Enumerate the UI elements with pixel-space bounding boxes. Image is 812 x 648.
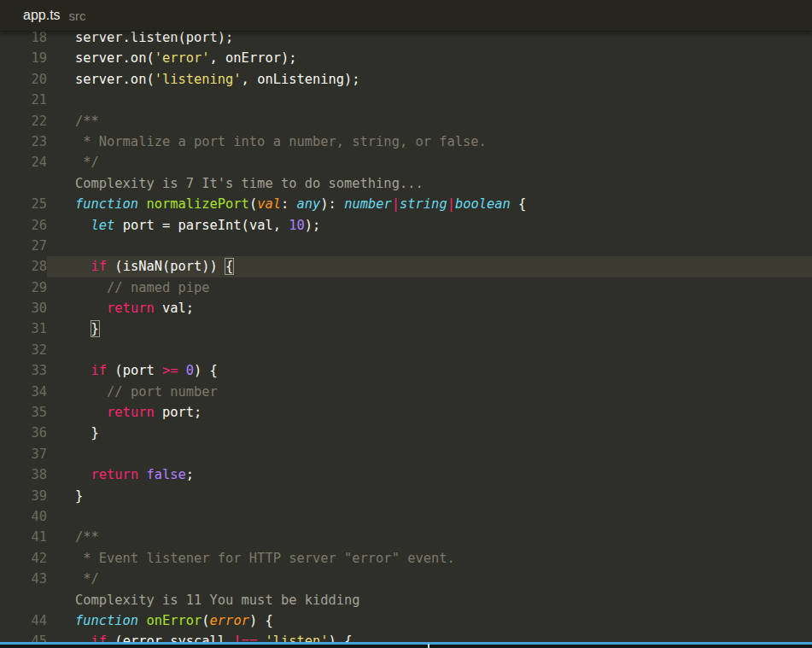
line-number[interactable]: 25 — [0, 194, 47, 214]
matched-bracket: { — [225, 259, 233, 274]
code-text[interactable]: /** — [47, 527, 812, 547]
line-number[interactable]: 39 — [0, 486, 47, 506]
code-line[interactable]: 42 * Event listener for HTTP server "err… — [0, 548, 812, 569]
code-line[interactable]: 30 return val; — [0, 298, 812, 318]
code-line[interactable]: 25function normalizePort(val: any): numb… — [0, 194, 812, 214]
matched-bracket: } — [91, 321, 99, 336]
code-text[interactable] — [47, 506, 812, 527]
code-text[interactable]: function onError(error) { — [47, 610, 812, 631]
line-number[interactable]: 40 — [0, 506, 47, 527]
code-line[interactable]: 26 let port = parseInt(val, 10); — [0, 215, 812, 236]
line-number[interactable]: 44 — [0, 610, 47, 631]
code-line[interactable]: 43 */ — [0, 569, 812, 589]
line-number[interactable]: 35 — [0, 402, 47, 423]
line-number[interactable]: 36 — [0, 423, 47, 443]
line-number[interactable]: 24 — [0, 152, 47, 172]
line-number[interactable]: 18 — [0, 32, 47, 48]
code-text[interactable]: */ — [47, 152, 812, 172]
code-line[interactable]: 23 * Normalize a port into a number, str… — [0, 131, 812, 152]
code-text[interactable]: } — [47, 423, 812, 443]
line-number[interactable]: 37 — [0, 444, 47, 464]
code-text[interactable]: server.on('listening', onListening); — [47, 69, 812, 90]
code-text[interactable]: if (port >= 0) { — [47, 360, 812, 381]
title-bar: app.ts src — [0, 0, 812, 32]
code-text[interactable]: // port number — [47, 382, 812, 402]
line-number[interactable]: 32 — [0, 340, 47, 360]
line-number[interactable]: 23 — [0, 131, 47, 152]
code-line[interactable]: 37 — [0, 444, 812, 464]
code-editor-window: app.ts src 18server.listen(port);19serve… — [0, 0, 812, 648]
line-number[interactable]: 42 — [0, 548, 47, 569]
code-line[interactable]: 19server.on('error', onError); — [0, 48, 812, 68]
code-text[interactable] — [47, 236, 812, 256]
code-text[interactable]: Complexity is 11 You must be kidding — [47, 590, 812, 610]
line-number[interactable]: 22 — [0, 111, 47, 131]
line-number[interactable]: 41 — [0, 527, 47, 547]
file-name: app.ts — [23, 8, 61, 23]
line-number[interactable]: 31 — [0, 318, 47, 339]
code-text[interactable]: * Normalize a port into a number, string… — [47, 131, 812, 152]
code-line[interactable]: 41/** — [0, 527, 812, 547]
code-text[interactable]: function normalizePort(val: any): number… — [47, 194, 812, 214]
code-line[interactable]: 29 // named pipe — [0, 277, 812, 298]
code-line[interactable]: 22/** — [0, 111, 812, 131]
code-line[interactable]: 21 — [0, 90, 812, 110]
bottom-panel-border — [0, 642, 812, 645]
annotation-line[interactable]: Complexity is 11 You must be kidding — [0, 590, 812, 610]
code-text[interactable]: } — [47, 486, 812, 506]
file-path: src — [69, 9, 86, 23]
code-text[interactable]: * Event listener for HTTP server "error"… — [47, 548, 812, 569]
code-line[interactable]: 20server.on('listening', onListening); — [0, 69, 812, 90]
code-line[interactable]: 27 — [0, 236, 812, 256]
code-line[interactable]: 33 if (port >= 0) { — [0, 360, 812, 381]
code-line[interactable]: 38 return false; — [0, 464, 812, 485]
code-text[interactable]: let port = parseInt(val, 10); — [47, 215, 812, 236]
line-number[interactable]: 29 — [0, 277, 47, 298]
line-number[interactable]: 26 — [0, 215, 47, 236]
line-number[interactable]: 19 — [0, 48, 47, 68]
line-number[interactable]: 27 — [0, 236, 47, 256]
code-text[interactable]: // named pipe — [47, 277, 812, 298]
code-text[interactable] — [47, 90, 812, 110]
code-line[interactable]: 35 return port; — [0, 402, 812, 423]
line-number[interactable]: 28 — [0, 256, 47, 277]
editor-pane[interactable]: 18server.listen(port);19server.on('error… — [0, 32, 812, 648]
code-line[interactable]: 18server.listen(port); — [0, 32, 812, 48]
code-text[interactable]: server.listen(port); — [47, 32, 812, 48]
code-text[interactable] — [47, 340, 812, 360]
line-number — [0, 173, 47, 194]
code-text[interactable]: Complexity is 7 It's time to do somethin… — [47, 173, 812, 194]
code-line[interactable]: 34 // port number — [0, 382, 812, 402]
code-text[interactable]: } — [47, 318, 812, 339]
line-number[interactable]: 21 — [0, 90, 47, 110]
code-text[interactable]: return val; — [47, 298, 812, 318]
code-text[interactable]: return false; — [47, 464, 812, 485]
code-line[interactable]: 44function onError(error) { — [0, 610, 812, 631]
code-text[interactable]: return port; — [47, 402, 812, 423]
line-number[interactable]: 34 — [0, 382, 47, 402]
code-line[interactable]: 36 } — [0, 423, 812, 443]
active-line[interactable]: if (isNaN(port)) { — [47, 256, 812, 277]
code-text[interactable] — [47, 444, 812, 464]
code-line[interactable]: 32 — [0, 340, 812, 360]
code-line[interactable]: 28 if (isNaN(port)) { — [0, 256, 812, 277]
code-lines: 18server.listen(port);19server.on('error… — [0, 32, 812, 648]
annotation-line[interactable]: Complexity is 7 It's time to do somethin… — [0, 173, 812, 194]
line-number[interactable]: 43 — [0, 569, 47, 589]
code-text[interactable]: server.on('error', onError); — [47, 48, 812, 68]
line-number[interactable]: 38 — [0, 464, 47, 485]
bottom-panel-strip — [0, 645, 812, 648]
line-number[interactable]: 30 — [0, 298, 47, 318]
code-text[interactable]: */ — [47, 569, 812, 589]
panel-cursor — [428, 644, 429, 648]
code-text[interactable]: /** — [47, 111, 812, 131]
code-line[interactable]: 24 */ — [0, 152, 812, 172]
line-number — [0, 590, 47, 610]
code-line[interactable]: 39} — [0, 486, 812, 506]
line-number[interactable]: 33 — [0, 360, 47, 381]
code-line[interactable]: 40 — [0, 506, 812, 527]
code-line[interactable]: 31 } — [0, 318, 812, 339]
line-number[interactable]: 20 — [0, 69, 47, 90]
